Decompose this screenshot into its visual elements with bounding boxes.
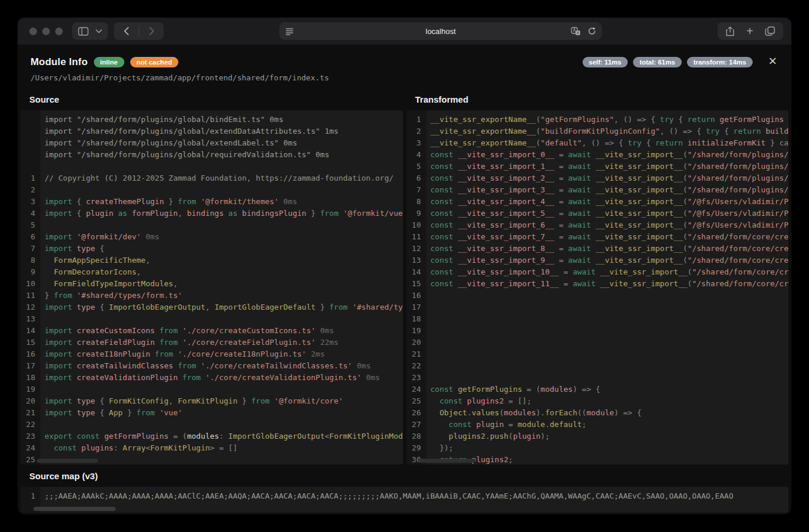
traffic-light-minimize[interactable] bbox=[42, 28, 50, 35]
code-line: 17 bbox=[407, 301, 789, 313]
line-number: 17 bbox=[21, 360, 40, 372]
code-line: 9const __vite_ssr_import_5__ = await __v… bbox=[407, 208, 789, 219]
line-number: 27 bbox=[407, 419, 426, 431]
line-number: 23 bbox=[21, 431, 40, 442]
line-number: 20 bbox=[407, 337, 426, 348]
share-button[interactable] bbox=[720, 22, 740, 40]
code-line: 1__vite_ssr_exportName__("getFormPlugins… bbox=[407, 114, 789, 126]
code-line: 24 const plugins: Array<FormKitPlugin> =… bbox=[21, 442, 403, 454]
tab-overview-button[interactable] bbox=[759, 22, 781, 40]
line-number: 24 bbox=[407, 384, 426, 395]
sourcemap-title: Source map (v3) bbox=[21, 466, 788, 487]
line-number: 3 bbox=[21, 196, 40, 208]
line-number: 5 bbox=[407, 161, 426, 172]
code-line: 14import createCustomIcons from './core/… bbox=[21, 325, 403, 337]
chevron-left-icon bbox=[124, 27, 129, 35]
line-number: 11 bbox=[407, 231, 426, 243]
sidebar-icon bbox=[78, 27, 89, 36]
traffic-light-zoom[interactable] bbox=[55, 28, 63, 35]
code-line: 5const __vite_ssr_import_1__ = await __v… bbox=[407, 161, 789, 172]
line-number: 16 bbox=[21, 348, 40, 360]
line-number: 19 bbox=[407, 325, 426, 337]
code-line: 2__vite_ssr_exportName__("buildFormKitPl… bbox=[407, 126, 789, 137]
line-number: 14 bbox=[21, 325, 40, 337]
sourcemap-horizontal-scrollbar[interactable] bbox=[33, 507, 116, 511]
line-number: 6 bbox=[407, 172, 426, 184]
sidebar-menu-button[interactable] bbox=[94, 22, 108, 40]
address-bar[interactable]: localhost A x bbox=[279, 22, 602, 40]
transformed-code-block[interactable]: 1__vite_ssr_exportName__("getFormPlugins… bbox=[407, 110, 789, 465]
code-line: 7const __vite_ssr_import_3__ = await __v… bbox=[407, 184, 789, 196]
line-number: 13 bbox=[21, 313, 40, 325]
code-line: 22 bbox=[21, 419, 403, 431]
code-line: 19 bbox=[21, 384, 403, 395]
code-line: 11} from '#shared/types/form.ts' bbox=[21, 290, 403, 301]
line-number: 21 bbox=[21, 407, 40, 419]
line-number: 7 bbox=[407, 184, 426, 196]
line-number bbox=[21, 149, 40, 161]
source-code-block[interactable]: import "/shared/form/plugins/global/bind… bbox=[21, 110, 403, 465]
line-number: 3 bbox=[407, 137, 426, 149]
line-number: 1 bbox=[407, 114, 426, 126]
share-icon bbox=[726, 26, 734, 36]
close-icon[interactable]: × bbox=[766, 52, 779, 70]
line-number: 6 bbox=[21, 231, 40, 243]
code-line: 18 bbox=[407, 313, 789, 325]
code-line: import "/shared/form/plugins/global/exte… bbox=[21, 137, 403, 149]
line-number: 2 bbox=[407, 126, 426, 137]
code-line bbox=[21, 161, 403, 172]
line-number bbox=[21, 126, 40, 137]
line-number: 20 bbox=[21, 395, 40, 407]
transformed-pane: Transformed 1__vite_ssr_exportName__("ge… bbox=[407, 89, 789, 465]
line-number: 24 bbox=[21, 442, 40, 454]
line-number: 5 bbox=[21, 219, 40, 231]
code-line: 19 bbox=[407, 325, 789, 337]
code-line: 23 bbox=[407, 372, 789, 384]
code-line: 20import type { FormKitConfig, FormKitPl… bbox=[21, 395, 403, 407]
url-text: localhost bbox=[279, 27, 602, 36]
sourcemap-code-block[interactable]: 1;;;AAEA;AAAkC;AAAA;AAAA;AAAA;AAClC;AAEA… bbox=[21, 487, 788, 513]
line-number: 19 bbox=[21, 384, 40, 395]
not-cached-badge: not cached bbox=[130, 57, 179, 67]
line-number: 25 bbox=[407, 395, 426, 407]
line-number: 12 bbox=[21, 301, 40, 313]
module-file-path: /Users/vladimir/Projects/zammad/app/fron… bbox=[31, 73, 778, 82]
source-pane: Source import "/shared/form/plugins/glob… bbox=[21, 89, 403, 465]
code-line: 6const __vite_ssr_import_2__ = await __v… bbox=[407, 172, 789, 184]
sidebar-toggle-button[interactable] bbox=[72, 22, 94, 40]
page-content: Module Info inline not cached self: 11ms… bbox=[18, 45, 791, 513]
sourcemap-section: Source map (v3) 1;;;AAEA;AAAkC;AAAA;AAAA… bbox=[21, 466, 788, 513]
inline-badge: inline bbox=[94, 57, 124, 67]
toolbar-right-group: + bbox=[717, 22, 783, 40]
transformed-pane-title: Transformed bbox=[407, 89, 789, 110]
forward-button[interactable] bbox=[139, 22, 164, 40]
line-number: 12 bbox=[407, 243, 426, 255]
line-number: 7 bbox=[21, 243, 40, 255]
line-number: 13 bbox=[407, 255, 426, 266]
line-number: 18 bbox=[407, 313, 426, 325]
line-number: 1 bbox=[21, 490, 40, 502]
reload-icon[interactable] bbox=[588, 27, 596, 35]
reader-icon[interactable] bbox=[285, 28, 294, 35]
line-number: 16 bbox=[407, 290, 426, 301]
back-button[interactable] bbox=[114, 22, 138, 40]
code-line: import "/shared/form/plugins/global/bind… bbox=[21, 114, 403, 126]
browser-toolbar: localhost A x bbox=[18, 18, 791, 45]
line-number: 8 bbox=[21, 255, 40, 266]
line-number: 17 bbox=[407, 301, 426, 313]
translate-icon[interactable]: A x bbox=[571, 27, 581, 36]
code-line: 5 bbox=[21, 219, 403, 231]
code-line: 12import type { ImportGlobEagerOutput, I… bbox=[21, 301, 403, 313]
source-horizontal-scrollbar[interactable] bbox=[37, 459, 98, 463]
browser-window: localhost A x bbox=[18, 18, 791, 514]
module-info-header: Module Info inline not cached self: 11ms… bbox=[21, 48, 788, 89]
traffic-light-close[interactable] bbox=[29, 28, 37, 35]
new-tab-button[interactable]: + bbox=[740, 22, 759, 40]
code-line: 2 bbox=[21, 184, 403, 196]
code-line: 20 bbox=[407, 337, 789, 348]
code-line: 10const __vite_ssr_import_6__ = await __… bbox=[407, 219, 789, 231]
transformed-horizontal-scrollbar[interactable] bbox=[418, 459, 476, 463]
line-number: 8 bbox=[407, 196, 426, 208]
line-number: 11 bbox=[21, 290, 40, 301]
line-number: 4 bbox=[407, 149, 426, 161]
